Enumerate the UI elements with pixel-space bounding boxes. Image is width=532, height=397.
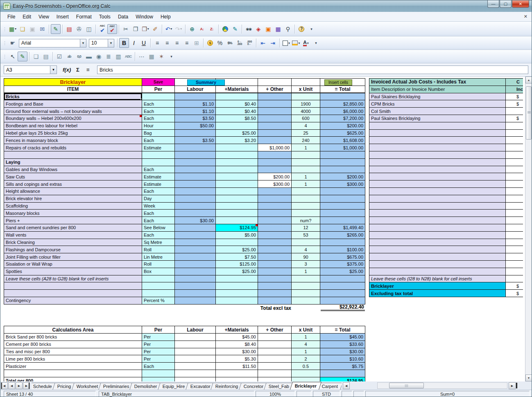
item-cell[interactable]: Sand and cement sundries per 800	[4, 224, 142, 232]
sheet-tab-steel_fab[interactable]: Steel_Fab	[264, 383, 294, 390]
cut-button[interactable]: ✂	[121, 24, 131, 34]
calc-cell[interactable]	[258, 377, 292, 381]
other-cell[interactable]	[258, 261, 292, 268]
unit-cell[interactable]	[292, 282, 320, 290]
item-cell[interactable]: Contingency	[4, 297, 142, 305]
other-cell[interactable]: $200.00	[258, 173, 292, 180]
calc-cell[interactable]	[216, 377, 258, 381]
item-cell[interactable]: Brick Cleaning	[4, 239, 142, 246]
sheet-tab-bricklayer[interactable]: Bricklayer	[290, 382, 321, 390]
materials-cell[interactable]	[216, 159, 258, 166]
labour-cell[interactable]	[175, 151, 216, 159]
maximize-button[interactable]: ▢	[500, 0, 512, 8]
copy-button[interactable]: ❐	[131, 24, 140, 34]
per-cell[interactable]: Each	[142, 166, 175, 174]
navigator-button[interactable]: ◈	[254, 24, 263, 34]
item-cell[interactable]: Sills and copings and extras	[4, 180, 142, 188]
invoice-value-cell[interactable]	[506, 232, 523, 239]
per-cell[interactable]: Box	[142, 268, 175, 275]
other-cell[interactable]	[258, 93, 292, 101]
total-cell[interactable]: $675.00	[320, 253, 365, 261]
calc-labour-cell[interactable]	[175, 355, 216, 363]
total-cell[interactable]: $25.00	[320, 268, 365, 275]
column-header-other[interactable]: + Other	[258, 86, 292, 93]
check-box-button[interactable]: ☑	[54, 52, 64, 61]
invoice-value-cell[interactable]	[506, 137, 523, 144]
materials-cell[interactable]: $125.00	[216, 261, 258, 268]
materials-cell[interactable]	[216, 275, 258, 283]
labour-cell[interactable]	[175, 290, 216, 297]
labour-cell[interactable]	[175, 166, 216, 174]
per-cell[interactable]: Each	[142, 137, 175, 144]
calc-labour-cell[interactable]	[175, 341, 216, 348]
invoice-value-cell[interactable]	[506, 130, 523, 137]
labour-cell[interactable]	[175, 232, 216, 239]
calc-total-cell[interactable]: $5.75	[320, 363, 365, 370]
last-sheet-button[interactable]: ▶	[23, 382, 30, 389]
invoice-value-cell[interactable]: Inc	[506, 86, 523, 93]
unit-cell[interactable]: 240	[292, 137, 320, 144]
column-header-item[interactable]: ITEM	[4, 86, 142, 93]
per-cell[interactable]	[142, 159, 175, 166]
unit-cell[interactable]: num?	[292, 217, 320, 224]
materials-cell[interactable]	[216, 217, 258, 224]
per-cell[interactable]	[142, 282, 175, 290]
font-color-button[interactable]: A▾	[301, 38, 311, 48]
item-cell[interactable]: Sisalation or Wall Wrap	[4, 261, 142, 268]
labour-cell[interactable]	[175, 130, 216, 137]
invoice-value-cell[interactable]	[506, 180, 523, 188]
total-excl-tax-value[interactable]: $22,922.40	[321, 304, 365, 311]
menu-view[interactable]: View	[35, 13, 53, 21]
borders-button[interactable]: ▾	[281, 38, 291, 48]
new-document-dropdown-icon[interactable]: ▾	[15, 27, 16, 31]
calc-grand-total-cell[interactable]: $124.95	[320, 377, 365, 381]
invoice-value-cell[interactable]	[506, 275, 523, 283]
calc-cell[interactable]	[175, 377, 216, 381]
materials-cell[interactable]: $5.00	[216, 232, 258, 239]
label-field-button[interactable]: ABC	[123, 52, 133, 61]
calc-unit-cell[interactable]: 2	[292, 355, 320, 363]
find-replace-button[interactable]: ◉◉	[244, 24, 254, 34]
invoice-desc-cell[interactable]	[369, 144, 506, 151]
design-mode-button[interactable]: ✎	[18, 52, 27, 61]
unit-cell[interactable]: 90	[292, 253, 320, 261]
materials-cell[interactable]	[216, 282, 258, 290]
item-cell[interactable]: Repairs of cracks and rebuilds	[4, 144, 142, 151]
menu-window[interactable]: Window	[132, 13, 157, 21]
background-color-button[interactable]: ▾	[291, 38, 301, 48]
unit-cell[interactable]	[292, 151, 320, 159]
scroll-down-icon[interactable]: ▼	[525, 374, 532, 381]
materials-cell[interactable]	[216, 166, 258, 174]
invoice-desc-cell[interactable]	[369, 246, 506, 253]
insert-mode-field[interactable]	[297, 391, 311, 397]
per-cell[interactable]: See Below	[142, 224, 175, 232]
calc-other-cell[interactable]	[258, 370, 292, 377]
zoom-level-field[interactable]: 100%	[256, 391, 295, 397]
unit-cell[interactable]: 1	[292, 180, 320, 188]
invoice-desc-cell[interactable]	[369, 130, 506, 137]
unit-cell[interactable]	[292, 166, 320, 174]
align-center-button[interactable]: ≡	[162, 38, 172, 48]
invoice-desc-cell[interactable]: Paul Skaines Bricklaying	[369, 115, 506, 122]
unit-cell[interactable]: 1	[292, 144, 320, 151]
invoice-desc-cell[interactable]: Bricklayer	[369, 282, 506, 290]
materials-cell[interactable]: $0.40	[216, 100, 258, 108]
total-cell[interactable]	[320, 93, 365, 101]
labour-cell[interactable]: $50.00	[175, 122, 216, 130]
total-cell[interactable]: $265.00	[320, 232, 365, 239]
menu-insert[interactable]: Insert	[53, 13, 72, 21]
calc-other-cell[interactable]	[258, 341, 292, 348]
labour-cell[interactable]	[175, 188, 216, 195]
labour-cell[interactable]: $30.00	[175, 217, 216, 224]
per-cell[interactable]: Each	[142, 232, 175, 239]
unit-cell[interactable]: 4	[292, 122, 320, 130]
other-cell[interactable]	[258, 122, 292, 130]
labour-cell[interactable]	[175, 210, 216, 217]
sheet-style-field[interactable]: TAB_Bricklayer	[99, 391, 254, 397]
materials-cell[interactable]	[216, 173, 258, 180]
invoice-desc-cell[interactable]	[369, 203, 506, 210]
invoice-desc-cell[interactable]	[369, 253, 506, 261]
per-cell[interactable]: Hour	[142, 122, 175, 130]
other-cell[interactable]	[258, 232, 292, 239]
open-button[interactable]: ❏	[18, 24, 27, 34]
